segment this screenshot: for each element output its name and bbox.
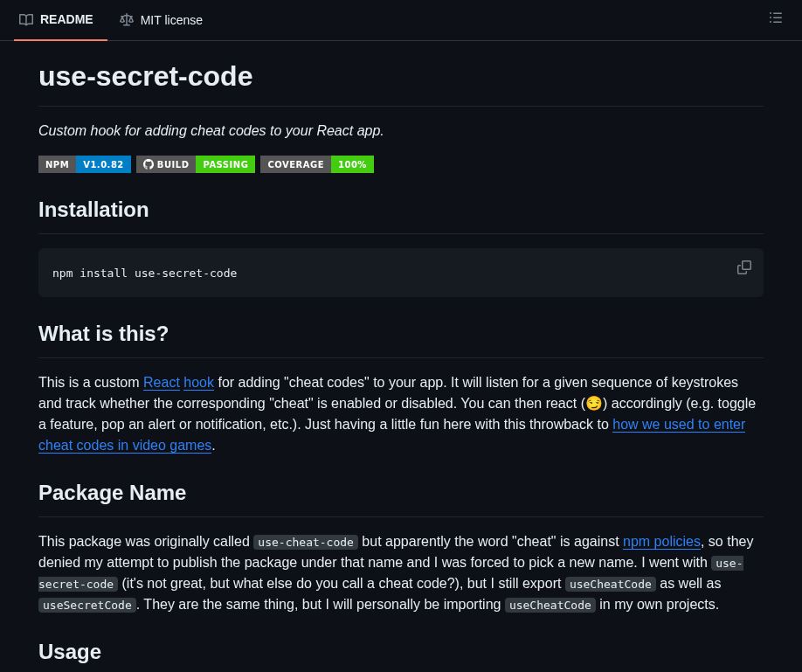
badge-coverage[interactable]: COVERAGE 100%: [260, 156, 374, 173]
tab-readme[interactable]: README: [14, 1, 107, 41]
heading-package: Package Name: [38, 477, 764, 517]
code-usecheatcode-1: useCheatCode: [565, 577, 656, 592]
code-install: npm install use-secret-code: [52, 267, 237, 280]
paragraph-what: This is a custom React hook for adding "…: [38, 372, 764, 456]
heading-usage: Usage: [38, 636, 764, 672]
link-npm-policies[interactable]: npm policies: [623, 534, 701, 550]
badge-npm-value: V1.0.82: [76, 156, 131, 173]
code-use-cheat-code: use-cheat-code: [253, 535, 358, 550]
badge-row: NPM V1.0.82 BUILD PASSING COVERAGE 100%: [38, 156, 764, 173]
heading-installation: Installation: [38, 194, 764, 234]
heading-what: What is this?: [38, 318, 764, 358]
page-title: use-secret-code: [38, 55, 764, 107]
subtitle: Custom hook for adding cheat codes to yo…: [38, 121, 764, 142]
code-block-install: npm install use-secret-code: [38, 248, 764, 297]
badge-build-value: PASSING: [196, 156, 255, 173]
paragraph-package: This package was originally called use-c…: [38, 531, 764, 615]
badge-coverage-label: COVERAGE: [260, 156, 331, 173]
badge-build-label: BUILD: [136, 156, 197, 173]
copy-icon: [737, 260, 751, 274]
badge-coverage-value: 100%: [331, 156, 374, 173]
github-icon: [143, 159, 154, 170]
book-icon: [19, 13, 33, 27]
link-react[interactable]: React: [143, 375, 180, 391]
badge-npm-label: NPM: [38, 156, 76, 173]
code-usecheatcode-2: useCheatCode: [505, 598, 596, 613]
tab-bar: README MIT license: [0, 0, 802, 41]
law-icon: [120, 13, 134, 27]
list-icon: [769, 10, 783, 24]
tab-license[interactable]: MIT license: [114, 0, 217, 40]
link-hook[interactable]: hook: [183, 375, 214, 391]
toc-button[interactable]: [764, 4, 788, 36]
badge-npm[interactable]: NPM V1.0.82: [38, 156, 131, 173]
tab-license-label: MIT license: [141, 11, 203, 30]
tab-readme-label: README: [40, 10, 93, 29]
code-usesecretcode: useSecretCode: [38, 598, 136, 613]
copy-button[interactable]: [732, 255, 757, 280]
badge-build[interactable]: BUILD PASSING: [136, 156, 256, 173]
